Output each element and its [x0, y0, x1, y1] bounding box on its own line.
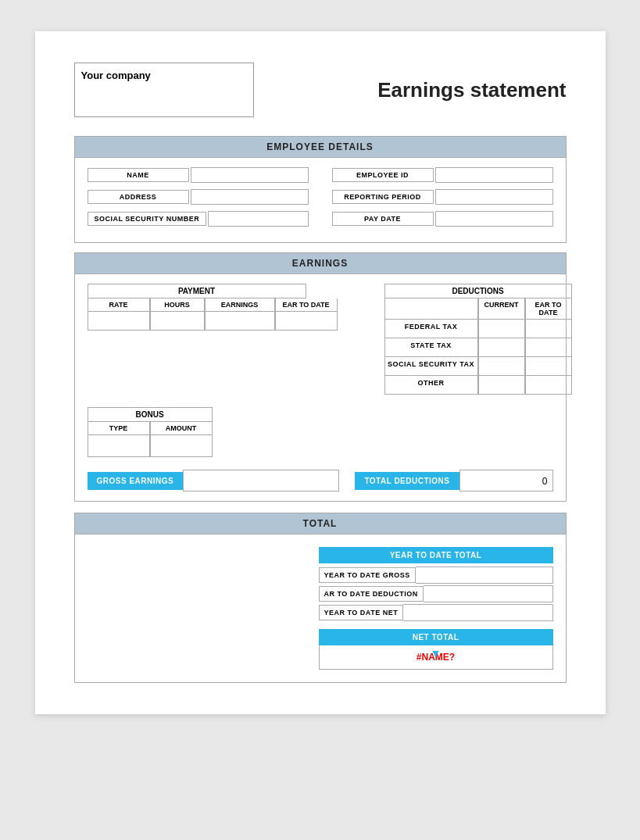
reporting-period-label: REPORTING PERIOD: [332, 190, 434, 204]
ytd-section: YEAR TO DATE TOTAL YEAR TO DATE GROSS AR…: [319, 547, 553, 621]
social-security-tax-row: SOCIAL SECURITY TAX: [384, 357, 572, 376]
state-tax-ear[interactable]: [525, 338, 572, 357]
hours-cell[interactable]: [150, 312, 205, 331]
total-deductions-value: 0: [459, 470, 553, 491]
rate-col-header: RATE: [88, 298, 150, 312]
earnings-cell[interactable]: [205, 312, 275, 331]
name-label: NAME: [88, 168, 189, 182]
ytd-deduction-row: AR TO DATE DEDUCTION: [319, 585, 553, 602]
bonus-type-cell[interactable]: [88, 435, 150, 457]
ytd-header: YEAR TO DATE TOTAL: [319, 547, 553, 563]
name-row: NAME: [88, 167, 309, 183]
ytd-gross-label: YEAR TO DATE GROSS: [319, 567, 416, 583]
social-security-tax-ear[interactable]: [525, 357, 572, 376]
ytd-deduction-value[interactable]: [424, 585, 553, 602]
ytd-net-row: YEAR TO DATE NET: [319, 604, 553, 621]
total-right: YEAR TO DATE TOTAL YEAR TO DATE GROSS AR…: [319, 547, 553, 670]
bonus-amount-col: AMOUNT: [150, 422, 213, 435]
social-security-tax-current[interactable]: [478, 357, 525, 376]
employee-details-container: NAME ADDRESS SOCIAL SECURITY NUMBER EMPL…: [74, 158, 567, 243]
ded-label-col: [384, 298, 478, 320]
gross-earnings-value[interactable]: [183, 470, 339, 491]
bonus-section: BONUS TYPE AMOUNT: [88, 407, 553, 457]
total-section: TOTAL YEAR TO DATE TOTAL YEAR TO DATE GR…: [74, 513, 567, 683]
emp-id-label: EMPLOYEE ID: [332, 168, 434, 182]
total-body: YEAR TO DATE TOTAL YEAR TO DATE GROSS AR…: [74, 534, 567, 683]
ytd-deduction-label: AR TO DATE DEDUCTION: [319, 586, 424, 602]
pay-date-label: PAY DATE: [332, 212, 434, 226]
bonus-title: BONUS: [88, 407, 213, 422]
hours-col-header: HOURS: [150, 298, 205, 312]
emp-id-value[interactable]: [435, 167, 553, 183]
reporting-period-row: REPORTING PERIOD: [332, 189, 553, 205]
deductions-title: DEDUCTIONS: [384, 284, 572, 298]
total-deductions-label: TOTAL DEDUCTIONS: [355, 472, 459, 490]
earnings-section: EARNINGS PAYMENT RATE HOURS EARNINGS EAR…: [74, 252, 567, 502]
other-tax-ear[interactable]: [525, 376, 572, 395]
company-name: Your company: [81, 70, 151, 81]
ytd-net-label: YEAR TO DATE NET: [319, 605, 404, 620]
earnings-header: EARNINGS: [74, 252, 567, 274]
deductions-side: DEDUCTIONS CURRENT EAR TO DATE FEDERAL T…: [384, 284, 572, 395]
payment-data-row: [88, 312, 369, 331]
payment-columns: RATE HOURS EARNINGS EAR TO DATE: [88, 298, 369, 312]
ssn-value[interactable]: [208, 211, 308, 227]
ear-cell[interactable]: [275, 312, 338, 331]
employee-details-header: EMPLOYEE DETAILS: [74, 136, 567, 158]
address-label: ADDRESS: [88, 190, 189, 204]
bonus-columns: TYPE AMOUNT: [88, 422, 553, 435]
employee-details-section: EMPLOYEE DETAILS NAME ADDRESS SOCIAL SEC…: [74, 136, 567, 243]
pay-date-row: PAY DATE: [332, 211, 553, 227]
payment-header: PAYMENT: [88, 284, 369, 298]
other-tax-row: OTHER: [384, 376, 572, 395]
federal-tax-ear[interactable]: [525, 320, 572, 338]
bonus-amount-cell[interactable]: [150, 435, 213, 457]
earnings-body: PAYMENT RATE HOURS EARNINGS EAR TO DATE: [88, 284, 553, 395]
ssn-row: SOCIAL SECURITY NUMBER: [88, 211, 309, 227]
company-box: Your company: [74, 63, 254, 117]
social-security-tax-label: SOCIAL SECURITY TAX: [384, 357, 478, 376]
ded-current-col: CURRENT: [478, 298, 525, 320]
federal-tax-current[interactable]: [478, 320, 525, 338]
net-arrow-icon: ▼: [431, 647, 442, 659]
other-tax-label: OTHER: [384, 376, 478, 395]
address-row: ADDRESS: [88, 189, 309, 205]
address-value[interactable]: [191, 189, 309, 205]
ded-ear-col: EAR TO DATE: [525, 298, 572, 320]
ytd-net-value[interactable]: [403, 604, 552, 621]
net-total-value-row: ▼ #NAME?: [319, 645, 553, 670]
emp-id-row: EMPLOYEE ID: [332, 167, 553, 183]
pay-date-value[interactable]: [435, 211, 553, 227]
totals-row: GROSS EARNINGS TOTAL DEDUCTIONS 0: [88, 470, 553, 491]
employee-details-grid: NAME ADDRESS SOCIAL SECURITY NUMBER EMPL…: [88, 167, 553, 233]
employee-details-left: NAME ADDRESS SOCIAL SECURITY NUMBER: [88, 167, 309, 233]
deductions-col-headers: CURRENT EAR TO DATE: [384, 298, 572, 320]
ssn-label: SOCIAL SECURITY NUMBER: [88, 212, 207, 226]
name-value[interactable]: [191, 167, 309, 183]
total-header: TOTAL: [74, 513, 567, 534]
header: Your company Earnings statement: [74, 63, 567, 117]
ear-col-header: EAR TO DATE: [275, 298, 338, 312]
net-total-header: NET TOTAL: [319, 629, 553, 645]
payment-side: PAYMENT RATE HOURS EARNINGS EAR TO DATE: [88, 284, 369, 395]
ytd-gross-row: YEAR TO DATE GROSS: [319, 567, 553, 584]
other-tax-current[interactable]: [478, 376, 525, 395]
net-total-section: NET TOTAL ▼ #NAME?: [319, 629, 553, 670]
payment-title: PAYMENT: [88, 284, 306, 298]
state-tax-current[interactable]: [478, 338, 525, 357]
bonus-type-col: TYPE: [88, 422, 150, 435]
ytd-gross-value[interactable]: [416, 567, 553, 584]
page-title: Earnings statement: [377, 78, 566, 102]
deductions-header-row: DEDUCTIONS: [384, 284, 572, 298]
federal-tax-label: FEDERAL TAX: [384, 320, 478, 338]
federal-tax-row: FEDERAL TAX: [384, 320, 572, 338]
state-tax-row: STATE TAX: [384, 338, 572, 357]
total-left: [88, 547, 319, 670]
state-tax-label: STATE TAX: [384, 338, 478, 357]
bonus-data-row: [88, 435, 553, 457]
rate-cell[interactable]: [88, 312, 150, 331]
employee-details-right: EMPLOYEE ID REPORTING PERIOD PAY DATE: [332, 167, 553, 233]
reporting-period-value[interactable]: [435, 189, 553, 205]
earnings-container: PAYMENT RATE HOURS EARNINGS EAR TO DATE: [74, 274, 567, 502]
gross-earnings-label: GROSS EARNINGS: [88, 472, 184, 490]
